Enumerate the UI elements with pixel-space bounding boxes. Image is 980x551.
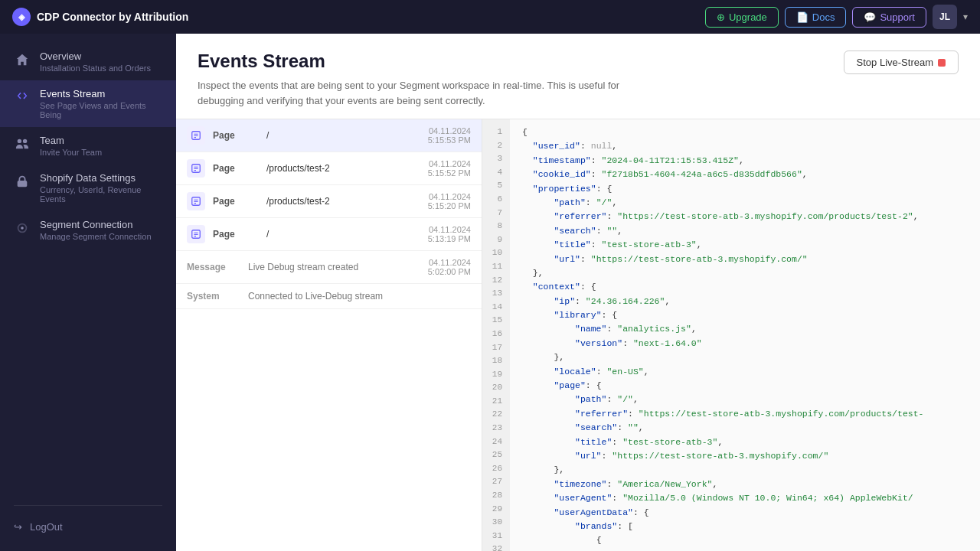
topnav: ◈ CDP Connector by Attribution ⊕ Upgrade…: [0, 0, 980, 34]
system-row: System Connected to Live-Debug stream: [176, 284, 482, 309]
page-description: Inspect the events that are being sent t…: [198, 78, 657, 108]
event-path: /products/test-2: [266, 163, 420, 174]
event-time: 04.11.2024 5:15:52 PM: [428, 159, 471, 178]
brand-icon: ◈: [12, 8, 31, 26]
code-icon: [14, 89, 31, 106]
page-event-icon: [187, 159, 205, 178]
page-event-icon: [187, 192, 205, 210]
upgrade-icon: ⊕: [717, 11, 725, 23]
events-stream-text: Events Stream See Page Views and Events …: [40, 88, 162, 119]
event-type-label: Page: [213, 130, 259, 141]
event-path: /products/test-2: [266, 196, 420, 207]
json-panel: 12345678910 11121314151617181920 2122232…: [482, 119, 980, 551]
sidebar: Overview Installation Status and Orders …: [0, 34, 176, 551]
home-icon: [14, 51, 31, 68]
support-icon: 💬: [864, 11, 876, 23]
message-row: Message Live Debug stream created 04.11.…: [176, 251, 482, 284]
sidebar-item-team[interactable]: Team Invite Your Team: [0, 127, 176, 165]
event-row[interactable]: Page / 04.11.2024 5:13:19 PM: [176, 218, 482, 251]
system-type-label: System: [187, 291, 240, 302]
message-type-label: Message: [187, 262, 240, 272]
stop-livestream-button[interactable]: Stop Live-Stream: [844, 51, 959, 74]
users-icon: [14, 135, 31, 152]
event-type-label: Page: [213, 163, 259, 174]
brand-label: CDP Connector by Attribution: [37, 11, 188, 23]
segment-text: Segment Connection Manage Segment Connec…: [40, 219, 152, 241]
lock-icon: [14, 173, 31, 190]
avatar[interactable]: JL: [933, 5, 957, 29]
logout-button[interactable]: ↪ LogOut: [0, 512, 176, 542]
sidebar-spacer: [0, 249, 176, 499]
event-time: 04.11.2024 5:15:53 PM: [428, 126, 471, 145]
event-path: /: [266, 229, 420, 240]
event-time: 04.11.2024 5:13:19 PM: [428, 225, 471, 243]
svg-point-0: [21, 227, 24, 230]
header-text: Events Stream Inspect the events that ar…: [198, 51, 657, 108]
team-text: Team Invite Your Team: [40, 135, 102, 157]
sidebar-item-segment[interactable]: Segment Connection Manage Segment Connec…: [0, 211, 176, 249]
content-header: Events Stream Inspect the events that ar…: [176, 34, 980, 119]
overview-text: Overview Installation Status and Orders: [40, 51, 151, 73]
topnav-actions: ⊕ Upgrade 📄 Docs 💬 Support JL ▾: [705, 5, 968, 29]
json-code: { "user_id": null, "timestamp": "2024-04…: [510, 119, 980, 551]
system-text: Connected to Live-Debug stream: [248, 291, 471, 302]
docs-button[interactable]: 📄 Docs: [785, 7, 847, 28]
events-panel: Page / 04.11.2024 5:15:53 PM Page /produ…: [176, 119, 980, 551]
stop-icon: [938, 59, 946, 67]
event-row[interactable]: Page / 04.11.2024 5:15:53 PM: [176, 119, 482, 152]
sidebar-item-overview[interactable]: Overview Installation Status and Orders: [0, 43, 176, 80]
event-row[interactable]: Page /products/test-2 04.11.2024 5:15:20…: [176, 185, 482, 218]
shopify-data-text: Shopify Data Settings Currency, UserId, …: [40, 172, 162, 204]
event-list: Page / 04.11.2024 5:15:53 PM Page /produ…: [176, 119, 482, 551]
sidebar-item-events-stream[interactable]: Events Stream See Page Views and Events …: [0, 80, 176, 127]
docs-icon: 📄: [796, 11, 808, 23]
main-layout: Overview Installation Status and Orders …: [0, 34, 980, 551]
page-event-icon: [187, 126, 205, 145]
page-title: Events Stream: [198, 51, 657, 72]
sidebar-divider: [14, 505, 162, 506]
page-event-icon: [187, 225, 205, 243]
event-path: /: [266, 130, 420, 141]
message-text: Live Debug stream created: [248, 262, 420, 272]
account-chevron-icon[interactable]: ▾: [963, 11, 968, 22]
event-type-label: Page: [213, 196, 259, 207]
event-time: 04.11.2024 5:15:20 PM: [428, 192, 471, 210]
sidebar-item-shopify-data[interactable]: Shopify Data Settings Currency, UserId, …: [0, 165, 176, 211]
upgrade-button[interactable]: ⊕ Upgrade: [705, 7, 779, 28]
brand: ◈ CDP Connector by Attribution: [12, 8, 188, 26]
segment-icon: [14, 220, 31, 236]
event-row[interactable]: Page /products/test-2 04.11.2024 5:15:52…: [176, 152, 482, 185]
line-numbers: 12345678910 11121314151617181920 2122232…: [482, 119, 510, 551]
content-area: Events Stream Inspect the events that ar…: [176, 34, 980, 551]
message-time: 04.11.2024 5:02:00 PM: [428, 258, 471, 276]
event-type-label: Page: [213, 229, 259, 240]
logout-icon: ↪: [14, 521, 22, 533]
support-button[interactable]: 💬 Support: [852, 7, 926, 28]
